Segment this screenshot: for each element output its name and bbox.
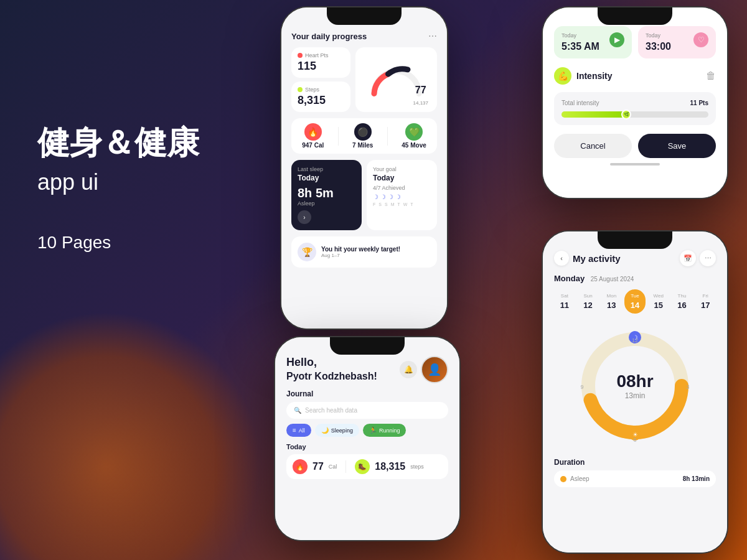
steps-value: 18,315 (375, 461, 405, 472)
greeting-text: Hello,Pyotr Kodzhebash! (286, 356, 377, 383)
sleep-arrow[interactable]: › (298, 210, 311, 224)
activity-action-icons: 📅 ⋯ (680, 250, 716, 266)
time1-icon: ▶ (609, 32, 624, 47)
phone-notch (327, 7, 402, 25)
action-buttons-row: Cancel Save (554, 134, 716, 158)
intensity-title: Intensity (576, 71, 613, 81)
today-label: Today (286, 443, 448, 450)
date-label: Monday (554, 274, 585, 283)
cancel-button[interactable]: Cancel (554, 134, 632, 158)
sleep-time: 8h 5m (298, 186, 355, 200)
filter-running[interactable]: 🏃 Running (363, 424, 406, 437)
background-circle (0, 311, 261, 560)
asleep-value: 8h 13min (683, 475, 710, 482)
total-intensity-label: Total intensity (561, 100, 599, 106)
date-heading: Monday 25 August 2024 (554, 274, 716, 283)
heart-dot (298, 53, 303, 58)
save-button[interactable]: Save (638, 134, 716, 158)
goal-achieved: 4/7 Achieved (373, 185, 431, 191)
today-stats-row: 🔥 77 Cal 🥾 18,315 steps (286, 454, 448, 479)
svg-text:3: 3 (686, 384, 689, 390)
move-metric: 💚 45 Move (402, 123, 426, 149)
miles-value: 7 Miles (352, 142, 373, 149)
total-intensity-value: 11 Pts (690, 100, 708, 106)
weekly-label: You hit your weekly target! (321, 246, 400, 253)
steps-label: Steps (305, 86, 319, 93)
calories-value: 947 Cal (302, 142, 324, 149)
notification-icon[interactable]: 🔔 (400, 361, 417, 378)
cal-icon: 🔥 (293, 459, 308, 474)
sleep-card: Last sleep Today 8h 5m Asleep › (291, 160, 362, 230)
steps-card: Steps 8,315 (291, 82, 350, 112)
search-bar[interactable]: 🔍 Search health data (286, 402, 448, 419)
svg-text:6: 6 (633, 437, 636, 443)
phone3-notch (330, 337, 405, 355)
hero-title: 健身＆健康 (37, 124, 199, 162)
cal-day-fri[interactable]: Fri 17 (695, 289, 716, 314)
phone-my-activity: ‹ My activity 📅 ⋯ Monday 25 August 2024 … (542, 230, 728, 554)
trash-icon[interactable]: 🗑 (706, 70, 716, 82)
clock-time: 08hr (616, 371, 653, 391)
progress-thumb: 🌿 (621, 110, 631, 119)
sleep-header: Last sleep (298, 166, 355, 172)
time-cards-row: Today 5:35 AM ▶ Today 33:00 ♡ (554, 26, 716, 58)
goal-card: Your goal Today 4/7 Achieved ☽ ☽ ☽ ☽ F S… (367, 160, 437, 230)
gauge-card: 77 14,137 (355, 47, 437, 112)
cal-label: Cal (329, 464, 337, 470)
miles-metric: ⚫ 7 Miles (352, 123, 373, 149)
gauge-value: 77 (413, 85, 428, 96)
cal-day-wed[interactable]: Wed 15 (648, 289, 669, 314)
goal-header: Your goal (373, 166, 431, 172)
intensity-header: 💪 Intensity 🗑 (554, 67, 716, 85)
separator (345, 460, 346, 473)
avatar[interactable]: 👤 (421, 356, 448, 383)
activity-page-header: ‹ My activity 📅 ⋯ (554, 250, 716, 266)
cal-day-tue-active[interactable]: Tue 14 (624, 289, 646, 314)
phone2-notch (598, 7, 672, 25)
phone-daily-progress: Your daily progress ⋯ Heart Pts 115 Step… (280, 6, 448, 330)
cal-day-sat[interactable]: Sat 11 (554, 289, 575, 314)
time1-value: 5:35 AM (561, 41, 599, 52)
calendar-icon-button[interactable]: 📅 (680, 250, 696, 266)
filter-chips-row: ≡ All 🌙 Sleeping 🏃 Running (286, 424, 448, 437)
heart-pts-card: Heart Pts 115 (291, 47, 350, 78)
heart-label: Heart Pts (305, 52, 329, 58)
time2-value: 33:00 (646, 41, 671, 52)
time2-icon: ♡ (693, 32, 708, 47)
steps-dot (298, 87, 303, 92)
sleeping-icon: 🌙 (321, 427, 329, 434)
date-sub: 25 August 2024 (591, 276, 634, 282)
search-placeholder: Search health data (305, 407, 357, 414)
progress-bar-fill: 🌿 (561, 111, 627, 118)
hero-section: 健身＆健康 app ui 10 Pages (37, 124, 199, 253)
time-card-1: Today 5:35 AM ▶ (554, 26, 632, 58)
calendar-strip: Sat 11 Sun 12 Mon 13 Tue 14 Wed 15 Thu 1… (554, 289, 716, 314)
more-options-button[interactable]: ⋯ (700, 250, 716, 266)
move-icon: 💚 (405, 123, 423, 141)
activity-page-title: My activity (573, 253, 621, 264)
sleeping-label: Sleeping (331, 427, 353, 434)
running-label: Running (379, 427, 400, 434)
cal-day-thu[interactable]: Thu 16 (672, 289, 693, 314)
filter-sleeping[interactable]: 🌙 Sleeping (315, 424, 359, 437)
cal-day-mon[interactable]: Mon 13 (601, 289, 622, 314)
phone-journal: Hello,Pyotr Kodzhebash! 🔔 👤 Journal 🔍 Se… (274, 336, 461, 541)
more-options-icon[interactable]: ⋯ (428, 31, 437, 41)
sleep-sub: Asleep (298, 200, 355, 207)
moon-days-row: F S S M T W T (373, 202, 431, 207)
step-icon: 🥾 (355, 459, 370, 474)
search-icon: 🔍 (294, 407, 301, 414)
duration-section-label: Duration (554, 458, 716, 467)
back-button[interactable]: ‹ (554, 251, 569, 266)
heart-value: 115 (298, 60, 344, 73)
hero-pages: 10 Pages (37, 233, 199, 253)
time-card-2: Today 33:00 ♡ (638, 26, 716, 58)
asleep-label: Asleep (570, 475, 590, 482)
filter-all[interactable]: ≡ All (286, 424, 311, 437)
divider2 (387, 127, 388, 146)
nav-row: ‹ My activity (554, 251, 621, 266)
miles-icon: ⚫ (354, 123, 372, 141)
hero-subtitle: app ui (37, 169, 199, 195)
cal-day-sun[interactable]: Sun 12 (578, 289, 599, 314)
time2-label: Today (646, 32, 671, 39)
